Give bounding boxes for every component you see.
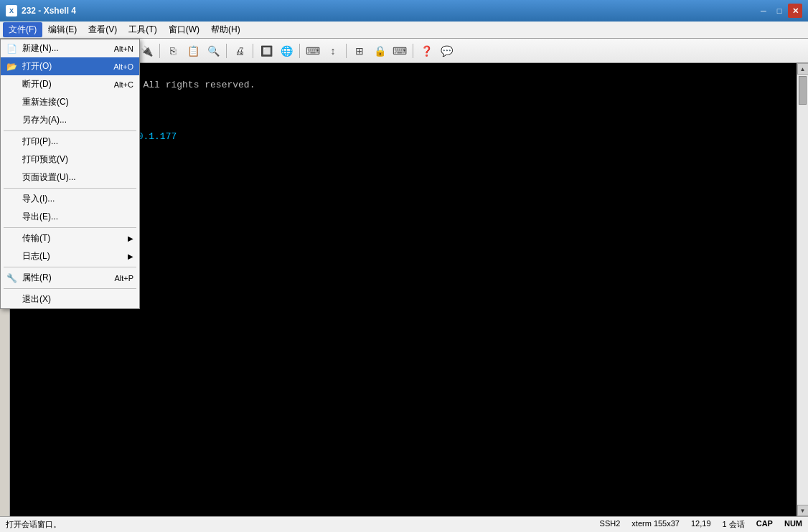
status-pos: 12,19	[691, 519, 711, 530]
menu-pagesetup[interactable]: 页面设置(U)...	[1, 168, 139, 186]
maximize-button[interactable]: □	[772, 4, 786, 18]
toolbar-zoom[interactable]: 🔲	[257, 42, 276, 60]
toolbar-help[interactable]: ❓	[417, 42, 436, 60]
menu-saveas[interactable]: 另存为(A)...	[1, 111, 139, 129]
window-title: 232 - Xshell 4	[22, 6, 76, 16]
submenu-arrow2: ▶	[128, 252, 133, 260]
menu-window[interactable]: 窗口(W)	[163, 22, 205, 37]
status-num: NUM	[784, 519, 802, 530]
toolbar-paste[interactable]: 📋	[184, 42, 202, 60]
menu-sep2	[4, 188, 136, 189]
properties-icon: 🔧	[5, 273, 18, 283]
menu-open[interactable]: 📂 打开(O) Alt+O	[1, 57, 139, 75]
menu-file[interactable]: 文件(F)	[3, 22, 42, 37]
menu-close[interactable]: 断开(D) Alt+C	[1, 75, 139, 93]
menu-sep5	[4, 288, 136, 289]
toolbar-sep4	[253, 44, 253, 58]
status-left: 打开会话窗口。	[6, 519, 61, 530]
menu-sep1	[4, 130, 136, 131]
menu-sep4	[4, 267, 136, 267]
menu-transfer[interactable]: 传输(T) ▶	[1, 229, 139, 247]
toolbar-sep3	[226, 44, 227, 58]
right-scrollbar[interactable]: ▲ ▼	[797, 63, 808, 516]
menu-import[interactable]: 导入(I)...	[1, 190, 139, 208]
statusbar: 打开会话窗口。 SSH2 xterm 155x37 12,19 1 会话 CAP…	[0, 516, 808, 532]
toolbar-chat[interactable]: 💬	[437, 42, 456, 60]
toolbar-sep5	[299, 44, 300, 58]
close-button[interactable]: ✕	[788, 4, 802, 18]
toolbar-grid[interactable]: ⊞	[350, 42, 369, 60]
toolbar-find[interactable]: 🔍	[204, 42, 222, 60]
toolbar-lock[interactable]: 🔒	[370, 42, 389, 60]
scroll-track[interactable]	[797, 75, 808, 505]
menu-new[interactable]: 📄 新建(N)... Alt+N	[1, 39, 139, 57]
new-icon: 📄	[5, 44, 18, 54]
app-icon: X	[6, 5, 17, 16]
toolbar-sep2	[159, 44, 160, 58]
toolbar-sep7	[413, 44, 413, 58]
status-cap: CAP	[756, 519, 773, 530]
menu-help[interactable]: 帮助(H)	[205, 22, 246, 37]
menu-edit[interactable]: 编辑(E)	[42, 22, 83, 37]
titlebar: X 232 - Xshell 4 ─ □ ✕	[0, 0, 808, 22]
scroll-down[interactable]: ▼	[797, 505, 809, 516]
scroll-up[interactable]: ▲	[797, 63, 809, 75]
menu-exit[interactable]: 退出(X)	[1, 290, 139, 308]
status-sessions: 1 会话	[723, 519, 745, 530]
minimize-button[interactable]: ─	[756, 4, 771, 18]
menu-properties[interactable]: 🔧 属性(R) Alt+P	[1, 269, 139, 287]
submenu-arrow: ▶	[128, 234, 133, 242]
toolbar-keyboard2[interactable]: ⌨	[390, 42, 409, 60]
menu-tools[interactable]: 工具(T)	[123, 22, 162, 37]
menu-view[interactable]: 查看(V)	[83, 22, 123, 37]
status-term: xterm 155x37	[631, 519, 680, 530]
menu-printpreview[interactable]: 打印预览(V)	[1, 151, 139, 168]
menu-export[interactable]: 导出(E)...	[1, 208, 139, 226]
menubar: 文件(F) 编辑(E) 查看(V) 工具(T) 窗口(W) 帮助(H) 📄 新建…	[0, 22, 808, 39]
statusbar-right: SSH2 xterm 155x37 12,19 1 会话 CAP NUM	[600, 519, 802, 530]
toolbar-print[interactable]: 🖨	[230, 42, 249, 60]
file-dropdown-menu: 📄 新建(N)... Alt+N 📂 打开(O) Alt+O 断开(D) Alt…	[0, 39, 140, 309]
menu-print[interactable]: 打印(P)...	[1, 133, 139, 151]
menu-sep3	[4, 227, 136, 228]
open-icon: 📂	[5, 62, 18, 72]
toolbar-copy[interactable]: ⎘	[164, 42, 182, 60]
toolbar-globe[interactable]: 🌐	[277, 42, 296, 60]
toolbar-term[interactable]: ⌨	[304, 42, 322, 60]
toolbar-sep6	[346, 44, 347, 58]
toolbar-sftp[interactable]: ↕	[324, 42, 342, 60]
window-controls: ─ □ ✕	[756, 4, 802, 18]
status-protocol: SSH2	[600, 519, 621, 530]
menu-reconnect[interactable]: 重新连接(C)	[1, 93, 139, 111]
scroll-thumb[interactable]	[799, 76, 807, 105]
menu-log[interactable]: 日志(L) ▶	[1, 247, 139, 265]
